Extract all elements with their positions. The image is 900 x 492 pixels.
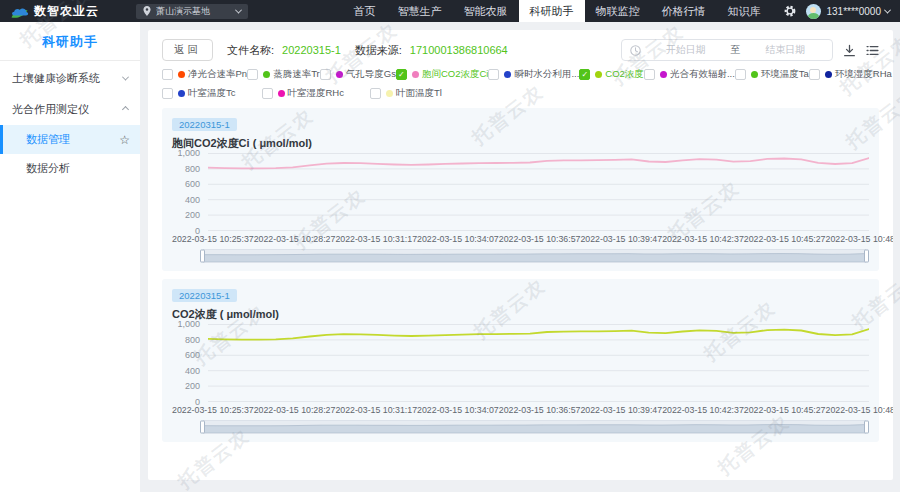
divider <box>0 60 140 61</box>
sidebar-item[interactable]: 数据分析 <box>0 154 140 183</box>
toolbar: 返回 文件名称: 20220315-1 数据来源: 17100013868106… <box>148 30 893 66</box>
chevron-up-icon <box>122 106 129 113</box>
top-nav-item[interactable]: 科研助手 <box>519 0 585 22</box>
x-axis: 2022-03-15 10:25:372022-03-15 10:28:2720… <box>172 234 869 244</box>
avatar[interactable] <box>806 4 821 19</box>
checkbox[interactable] <box>262 88 273 99</box>
star-icon[interactable]: ☆ <box>119 134 130 146</box>
legend-item[interactable]: 环境温度Ta <box>735 68 809 81</box>
legend-label: 瞬时水分利用... <box>514 68 579 81</box>
series-color-dot <box>412 71 419 78</box>
legend-item[interactable]: 叶面温度Tl <box>370 87 442 100</box>
legend-item[interactable]: ✓CO2浓度 <box>579 68 644 81</box>
legend-item[interactable]: 气孔导度Gs <box>320 68 396 81</box>
sidebar-item-label: 数据分析 <box>26 161 70 176</box>
x-tick-label: 2022-03-15 10:36:57 <box>499 234 581 244</box>
series-color-dot <box>336 71 343 78</box>
legend-label: 叶面温度Tl <box>396 87 442 100</box>
legend-item[interactable]: 叶室湿度RHc <box>262 87 344 100</box>
legend-label: 叶室湿度RHc <box>288 87 344 100</box>
checkbox[interactable] <box>809 69 820 80</box>
x-tick-label: 2022-03-15 10:36:57 <box>499 405 581 415</box>
x-tick-label: 2022-03-15 10:25:37 <box>172 405 254 415</box>
download-icon[interactable] <box>843 44 856 57</box>
legend-item[interactable]: 叶室温度Tc <box>162 87 236 100</box>
chart-card-ci: 20220315-1 胞间CO2浓度Ci ( μmol/mol) 1,00080… <box>162 108 879 271</box>
legend-label: 胞间CO2浓度Ci <box>422 68 489 81</box>
series-color-dot <box>660 71 667 78</box>
series-color-dot <box>386 90 393 97</box>
line-chart <box>208 153 869 231</box>
legend-item[interactable]: 环境湿度RHa <box>809 68 892 81</box>
legend-item[interactable]: ✓胞间CO2浓度Ci <box>396 68 489 81</box>
chevron-down-icon <box>884 6 891 13</box>
y-tick-label: 200 <box>185 210 200 220</box>
sidebar-title: 科研助手 <box>0 22 140 60</box>
datazoom-handle-right[interactable] <box>864 421 869 434</box>
legend-item[interactable]: 蒸腾速率Tr <box>247 68 320 81</box>
series-color-dot <box>178 90 185 97</box>
sidebar-item-label: 数据管理 <box>26 132 70 147</box>
top-nav-item[interactable]: 物联监控 <box>585 0 651 22</box>
list-menu-icon[interactable] <box>866 44 879 57</box>
legend-item[interactable]: 净光合速率Pn <box>162 68 247 81</box>
sidebar-group[interactable]: 土壤健康诊断系统 <box>0 63 140 94</box>
checkbox[interactable] <box>370 88 381 99</box>
chart-badge: 20220315-1 <box>172 118 237 131</box>
top-nav-item[interactable]: 智能农服 <box>453 0 519 22</box>
top-nav-item[interactable]: 首页 <box>343 0 387 22</box>
legend-label: 环境湿度RHa <box>835 68 892 81</box>
avatar-body <box>808 13 819 19</box>
sidebar-group[interactable]: 光合作用测定仪 <box>0 94 140 125</box>
y-tick-label: 400 <box>185 366 200 376</box>
chart-badge: 20220315-1 <box>172 289 237 302</box>
sidebar-item[interactable]: 数据管理☆ <box>0 125 140 154</box>
y-tick-label: 600 <box>185 350 200 360</box>
y-tick-label: 200 <box>185 381 200 391</box>
top-nav-item[interactable]: 知识库 <box>717 0 772 22</box>
start-date-placeholder[interactable]: 开始日期 <box>647 43 725 57</box>
y-tick-label: 800 <box>185 335 200 345</box>
legend-label: 气孔导度Gs <box>346 68 396 81</box>
datazoom-handle-left[interactable] <box>200 250 205 263</box>
top-nav-item[interactable]: 价格行情 <box>651 0 717 22</box>
y-tick-label: 1,000 <box>177 148 200 158</box>
x-tick-label: 2022-03-15 10:31:17 <box>335 234 417 244</box>
checkbox[interactable] <box>162 69 173 80</box>
x-axis: 2022-03-15 10:25:372022-03-15 10:28:2720… <box>172 405 869 415</box>
legend-item[interactable]: 瞬时水分利用... <box>488 68 579 81</box>
checkbox[interactable] <box>320 69 331 80</box>
plot-row: 1,0008006004002000 <box>172 324 869 402</box>
file-name-label: 文件名称: <box>227 43 274 58</box>
plot-row: 1,0008006004002000 <box>172 153 869 231</box>
legend-label: 叶室温度Tc <box>188 87 236 100</box>
datazoom-handle-left[interactable] <box>200 421 205 434</box>
chevron-down-icon <box>235 6 242 13</box>
checkbox[interactable] <box>735 69 746 80</box>
y-axis: 1,0008006004002000 <box>172 324 208 402</box>
end-date-placeholder[interactable]: 结束日期 <box>747 43 825 57</box>
checkbox[interactable]: ✓ <box>579 69 590 80</box>
datazoom-slider[interactable] <box>202 249 867 263</box>
date-separator: 至 <box>731 43 741 57</box>
legend-item[interactable]: 光合有效辐射... <box>644 68 735 81</box>
series-color-dot <box>278 90 285 97</box>
checkbox[interactable] <box>644 69 655 80</box>
brand: 数智农业云 <box>0 3 130 20</box>
user-menu[interactable]: 131****0000 <box>827 6 891 17</box>
settings-gear-icon[interactable] <box>784 5 796 17</box>
brand-name: 数智农业云 <box>34 3 99 20</box>
date-range-picker[interactable]: 开始日期 至 结束日期 <box>621 39 833 61</box>
checkbox[interactable] <box>488 69 499 80</box>
datazoom-handle-right[interactable] <box>864 250 869 263</box>
datazoom-slider[interactable] <box>202 420 867 434</box>
top-nav-item[interactable]: 智慧生产 <box>387 0 453 22</box>
main-area: 返回 文件名称: 20220315-1 数据来源: 17100013868106… <box>140 22 900 492</box>
checkbox[interactable]: ✓ <box>396 69 407 80</box>
checkbox[interactable] <box>247 69 258 80</box>
location-select[interactable]: 萧山演示基地 <box>136 4 248 19</box>
legend-label: 光合有效辐射... <box>670 68 735 81</box>
checkbox[interactable] <box>162 88 173 99</box>
back-button[interactable]: 返回 <box>162 39 213 61</box>
series-color-dot <box>263 71 270 78</box>
